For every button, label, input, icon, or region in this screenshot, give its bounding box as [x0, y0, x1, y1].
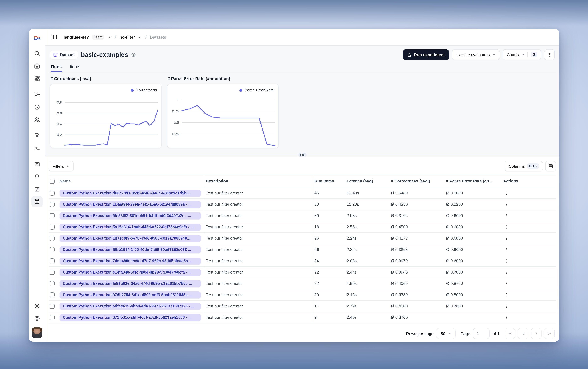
col-header-latency[interactable]: Latency (avg): [345, 179, 389, 183]
row-checkbox[interactable]: [49, 315, 55, 320]
row-actions-button[interactable]: [502, 293, 556, 297]
scores-icon[interactable]: [34, 161, 40, 167]
table-row[interactable]: Custom Python Execution 114aa9ef-29e6-4e…: [49, 199, 556, 210]
col-header-description[interactable]: Description: [204, 175, 313, 187]
info-icon[interactable]: [131, 52, 136, 57]
row-checkbox[interactable]: [49, 304, 55, 308]
row-actions-button[interactable]: [502, 281, 556, 286]
run-items-value: 26: [313, 236, 345, 241]
col-header-parse-error[interactable]: # Parse Error Rate (an...: [445, 179, 502, 183]
evaluators-icon[interactable]: [34, 174, 40, 180]
row-actions-button[interactable]: [502, 270, 556, 274]
run-name-pill[interactable]: Custom Python Execution 076b2704-341d-48…: [60, 291, 201, 298]
chevron-down-icon[interactable]: [137, 35, 142, 39]
table-row[interactable]: Custom Python Execution fe91b83e-04a5-47…: [49, 278, 556, 289]
table-row[interactable]: Custom Python Execution 9fe23f98-881e-44…: [49, 210, 556, 221]
breadcrumb-project[interactable]: no-filter: [120, 35, 135, 39]
page-number-input[interactable]: [473, 328, 490, 339]
search-icon[interactable]: [34, 50, 40, 57]
support-icon[interactable]: [34, 315, 40, 322]
table-row[interactable]: Custom Python Execution f6bb1614-1f90-40…: [49, 244, 556, 255]
table-row[interactable]: Custom Python Execution d66e7991-8595-45…: [49, 187, 556, 199]
table-row[interactable]: Custom Python Execution 5a15a616-1bab-44…: [49, 221, 556, 233]
run-name-pill[interactable]: Custom Python Execution f6bb1614-1f90-40…: [60, 246, 201, 253]
home-icon[interactable]: [34, 63, 40, 69]
table-row[interactable]: Custom Python Execution 371f531c-abff-4d…: [49, 312, 556, 323]
run-name-pill[interactable]: Custom Python Execution 114aa9ef-29e6-4e…: [60, 201, 201, 208]
row-actions-button[interactable]: [502, 259, 556, 263]
row-height-button[interactable]: [545, 161, 556, 172]
table-row[interactable]: Custom Python Execution 74de488e-ec9d-47…: [49, 255, 556, 267]
tab-items[interactable]: Items: [69, 64, 81, 72]
col-header-run-items[interactable]: Run Items: [313, 179, 345, 183]
dashboards-icon[interactable]: [34, 75, 40, 82]
chevron-down-icon[interactable]: [107, 35, 111, 39]
svg-text:1: 1: [177, 98, 179, 102]
last-page-button[interactable]: [544, 328, 555, 339]
row-actions-button[interactable]: [502, 247, 556, 252]
run-name-pill[interactable]: Custom Python Execution 5a15a616-1bab-44…: [60, 224, 201, 230]
run-name-pill[interactable]: Custom Python Execution fe91b83e-04a5-47…: [60, 280, 201, 287]
row-checkbox[interactable]: [49, 202, 55, 207]
run-items-value: 9: [313, 315, 345, 320]
row-checkbox[interactable]: [49, 190, 55, 195]
row-actions-button[interactable]: [502, 191, 556, 195]
run-name-pill[interactable]: Custom Python Execution 1daec0f9-5e78-43…: [60, 235, 201, 242]
row-actions-button[interactable]: [502, 304, 556, 308]
langfuse-logo[interactable]: [34, 35, 40, 41]
select-all-checkbox[interactable]: [49, 179, 55, 184]
row-checkbox[interactable]: [49, 281, 55, 286]
row-checkbox[interactable]: [49, 270, 55, 275]
col-header-correctness[interactable]: # Correctness (eval): [389, 179, 445, 183]
active-evaluators-button[interactable]: 1 active evaluators: [452, 49, 500, 60]
run-experiment-button[interactable]: Run experiment: [403, 49, 449, 60]
tab-runs[interactable]: Runs: [50, 64, 62, 72]
row-checkbox[interactable]: [49, 258, 55, 263]
row-actions-button[interactable]: [502, 202, 556, 206]
row-checkbox[interactable]: [49, 292, 55, 297]
filters-button[interactable]: Filters: [49, 161, 74, 172]
breadcrumb-org[interactable]: langfuse-dev: [64, 35, 89, 39]
sidebar-toggle-icon[interactable]: [51, 34, 58, 40]
drag-handle-icon[interactable]: [298, 153, 306, 157]
row-checkbox[interactable]: [49, 236, 55, 241]
more-actions-button[interactable]: [544, 49, 555, 60]
charts-button[interactable]: Charts 2: [503, 49, 541, 60]
table-row[interactable]: Custom Python Execution 076b2704-341d-48…: [49, 289, 556, 300]
row-actions-button[interactable]: [502, 236, 556, 240]
run-name-pill[interactable]: Custom Python Execution adfae619-abb0-4d…: [60, 303, 201, 309]
first-page-button[interactable]: [505, 328, 515, 339]
run-name-pill[interactable]: Custom Python Execution 9fe23f98-881e-44…: [60, 212, 201, 219]
settings-icon[interactable]: [34, 303, 40, 309]
prompts-icon[interactable]: [34, 133, 40, 139]
breadcrumb-section[interactable]: Datasets: [150, 35, 166, 39]
previous-page-button[interactable]: [518, 328, 528, 339]
table-row[interactable]: Custom Python Execution 1daec0f9-5e78-43…: [49, 233, 556, 244]
kebab-icon: [505, 202, 509, 206]
row-actions-button[interactable]: [502, 213, 556, 218]
playground-icon[interactable]: [34, 145, 40, 151]
rows-per-page-select[interactable]: 50: [436, 328, 456, 339]
run-name-pill[interactable]: Custom Python Execution 371f531c-abff-4d…: [60, 314, 201, 321]
col-header-name[interactable]: Name: [58, 175, 204, 187]
row-actions-button[interactable]: [502, 225, 556, 229]
kebab-icon: [547, 52, 552, 57]
row-checkbox[interactable]: [49, 224, 55, 229]
users-icon[interactable]: [34, 116, 40, 123]
row-checkbox[interactable]: [49, 247, 55, 252]
kebab-icon: [505, 236, 509, 240]
annotation-queues-icon[interactable]: [34, 186, 40, 193]
run-name-pill[interactable]: Custom Python Execution 74de488e-ec9d-47…: [60, 257, 201, 264]
datasets-icon-active[interactable]: [31, 196, 43, 207]
run-name-pill[interactable]: Custom Python Execution d66e7991-8595-45…: [60, 190, 201, 196]
sessions-icon[interactable]: [34, 104, 40, 110]
table-row[interactable]: Custom Python Execution e14fa348-5cfc-49…: [49, 267, 556, 278]
tracing-icon[interactable]: [34, 91, 40, 98]
row-checkbox[interactable]: [49, 213, 55, 218]
row-actions-button[interactable]: [502, 315, 556, 319]
run-name-pill[interactable]: Custom Python Execution e14fa348-5cfc-49…: [60, 269, 201, 276]
next-page-button[interactable]: [531, 328, 542, 339]
columns-button[interactable]: Columns 8/15: [505, 161, 543, 172]
user-avatar[interactable]: [32, 327, 42, 338]
table-row[interactable]: Custom Python Execution adfae619-abb0-4d…: [49, 300, 556, 312]
